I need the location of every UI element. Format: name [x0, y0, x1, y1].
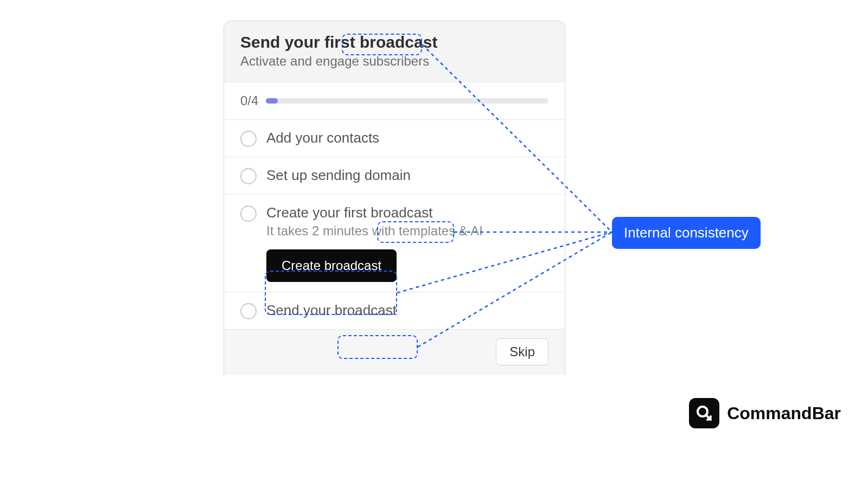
progress-track [266, 98, 548, 104]
radio-icon [240, 303, 257, 319]
progress-section: 0/4 [224, 82, 565, 119]
annotation-label-text: Internal consistency [624, 224, 749, 241]
card-footer: Skip [224, 329, 565, 375]
radio-icon [240, 206, 257, 222]
commandbar-watermark: CommandBar [689, 398, 841, 428]
radio-icon [240, 131, 257, 147]
card-header: Send your first broadcast Activate and e… [224, 21, 565, 82]
step-title: Create your first broadcast [266, 204, 548, 221]
step-create-broadcast[interactable]: Create your first broadcast It takes 2 m… [224, 194, 565, 292]
step-title: Add your contacts [266, 130, 548, 146]
progress-label: 0/4 [240, 93, 258, 108]
card-subtitle: Activate and engage subscribers [240, 54, 548, 69]
step-title: Send your broadcast [266, 302, 548, 319]
progress-fill [266, 98, 278, 104]
radio-icon [240, 168, 257, 184]
step-title: Set up sending domain [266, 167, 548, 184]
onboarding-card: Send your first broadcast Activate and e… [224, 21, 565, 375]
commandbar-logo-text: CommandBar [727, 403, 841, 423]
step-sending-domain[interactable]: Set up sending domain [224, 157, 565, 194]
commandbar-logo-icon [689, 398, 719, 428]
skip-button[interactable]: Skip [496, 338, 548, 365]
step-subtitle: It takes 2 minutes with templates & AI [266, 223, 548, 239]
create-broadcast-button[interactable]: Create broadcast [266, 249, 397, 282]
step-send-broadcast[interactable]: Send your broadcast [224, 292, 565, 329]
card-title: Send your first broadcast [240, 33, 548, 52]
step-add-contacts[interactable]: Add your contacts [224, 119, 565, 157]
annotation-label: Internal consistency [612, 217, 761, 249]
